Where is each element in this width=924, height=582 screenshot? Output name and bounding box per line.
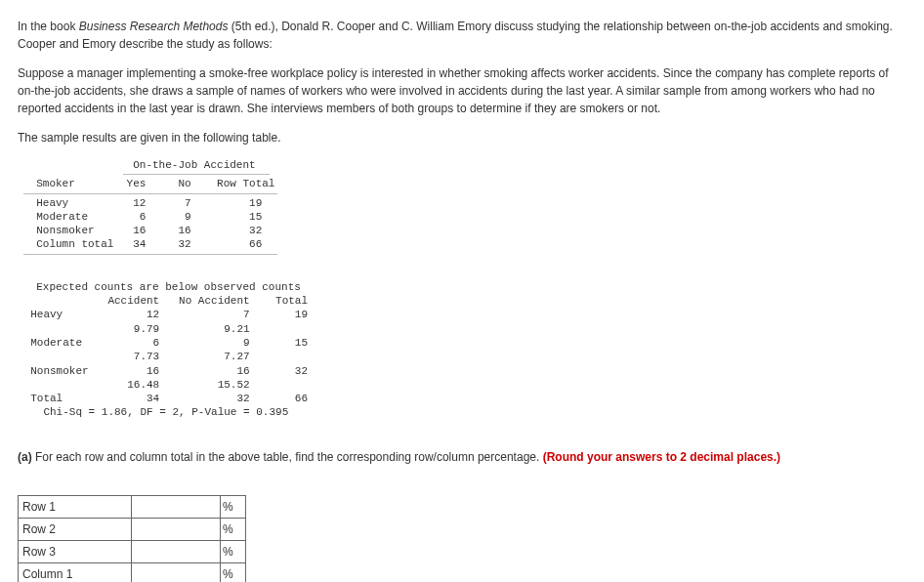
- answer-row-2-input[interactable]: [132, 520, 218, 537]
- table2-heavy-obs: Heavy 12 7 19: [18, 308, 906, 321]
- answer-row-2: Row 2 %: [19, 518, 246, 540]
- answer-row-3: Row 3 %: [19, 540, 246, 562]
- question-a: (a) For each row and column total in the…: [18, 449, 906, 466]
- answer-column-1-label: Column 1: [19, 562, 132, 582]
- table2-chi-sq: Chi-Sq = 1.86, DF = 2, P-Value = 0.395: [18, 405, 906, 419]
- answer-row-2-label: Row 2: [19, 518, 132, 540]
- answer-row-3-label: Row 3: [19, 540, 132, 562]
- table2-moderate-exp: 7.73 7.27: [18, 350, 906, 363]
- answer-column-1: Column 1 %: [19, 562, 246, 582]
- answer-row-1-unit: %: [221, 495, 246, 518]
- table2-moderate-obs: Moderate 6 9 15: [18, 336, 906, 350]
- table2-total: Total 34 32 66: [18, 392, 906, 405]
- table1-row-heavy: Heavy 12 7 19: [23, 196, 272, 210]
- answer-column-1-unit: %: [221, 562, 246, 582]
- table1-rule-bottom: [23, 254, 277, 255]
- answer-table: Row 1 % Row 2 % Row 3 % Column 1 % Colum…: [18, 495, 246, 582]
- table1-rule-top: [123, 174, 270, 175]
- intro-paragraph-3: The sample results are given in the foll…: [18, 129, 906, 146]
- answer-row-3-input[interactable]: [132, 543, 218, 560]
- table2-nonsmoker-exp: 16.48 15.52: [18, 378, 906, 392]
- table1-super-header: On-the-Job Accident: [23, 158, 272, 172]
- answer-row-1-label: Row 1: [19, 495, 132, 518]
- book-title: Business Research Methods: [79, 20, 229, 33]
- intro-paragraph-2: Suppose a manager implementing a smoke-f…: [18, 64, 906, 117]
- table2-heavy-exp: 9.79 9.21: [18, 322, 906, 336]
- answer-row-3-unit: %: [221, 540, 246, 562]
- answer-row-1-input[interactable]: [132, 498, 218, 515]
- answer-column-1-input[interactable]: [132, 565, 218, 582]
- table1-row-moderate: Moderate 6 9 15: [23, 210, 272, 224]
- table2-line1: Expected counts are below observed count…: [23, 280, 906, 294]
- question-a-text: For each row and column total in the abo…: [32, 450, 543, 464]
- intro-p1a: In the book: [18, 20, 79, 33]
- question-a-label: (a): [18, 450, 32, 464]
- answer-row-2-unit: %: [221, 518, 246, 540]
- table1-row-nonsmoker: Nonsmoker 16 16 32: [23, 224, 272, 237]
- table1-rule-mid: [23, 193, 277, 194]
- intro-paragraph-1: In the book Business Research Methods (5…: [18, 18, 906, 53]
- table2-nonsmoker-obs: Nonsmoker 16 16 32: [18, 364, 906, 378]
- question-a-hint: (Round your answers to 2 decimal places.…: [543, 450, 780, 464]
- table2-line2: Accident No Accident Total: [18, 294, 906, 308]
- answer-row-1: Row 1 %: [19, 495, 246, 518]
- table1-row-total: Column total 34 32 66: [23, 237, 272, 251]
- table1-cols: Smoker Yes No Row Total: [23, 177, 272, 190]
